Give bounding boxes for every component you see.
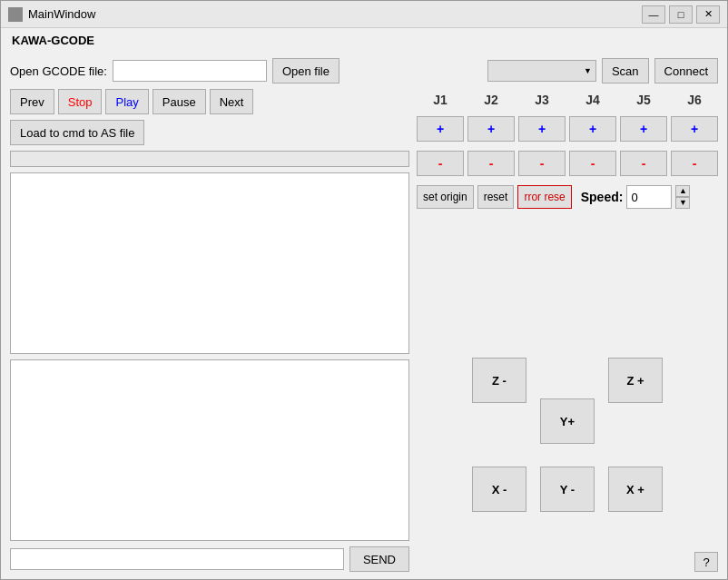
load-cmd-button[interactable]: Load to cmd to AS file	[10, 120, 144, 145]
j2-plus-button[interactable]: +	[467, 116, 515, 142]
send-row: SEND	[10, 546, 409, 572]
speed-down-button[interactable]: ▼	[675, 197, 690, 209]
gcode-input[interactable]	[113, 60, 267, 82]
joints-plus-row: + + + + + +	[417, 116, 718, 142]
app-title: KAWA-GCODE	[1, 28, 727, 51]
left-panel: Open GCODE file: Open file Prev Stop Pla…	[10, 58, 409, 572]
j2-label: J2	[467, 93, 515, 107]
j2-minus-button[interactable]: -	[467, 151, 515, 176]
speed-label: Speed:	[581, 190, 624, 204]
j1-label: J1	[417, 93, 464, 107]
maximize-button[interactable]: □	[669, 5, 693, 24]
right-panel: Scan Connect J1 J2 J3 J4 J5 J6 + + + + +…	[417, 58, 718, 572]
scan-button[interactable]: Scan	[602, 58, 649, 84]
toolbar-row: Prev Stop Play Pause Next	[10, 89, 409, 114]
play-button[interactable]: Play	[105, 89, 148, 114]
help-button[interactable]: ?	[694, 552, 718, 572]
connect-button[interactable]: Connect	[654, 58, 718, 84]
main-window: MainWindow — □ ✕ KAWA-GCODE Open GCODE f…	[0, 0, 728, 580]
connect-row: Scan Connect	[417, 58, 718, 84]
control-row: set origin reset rror rese Speed: ▲ ▼	[417, 185, 718, 209]
window-controls: — □ ✕	[642, 5, 720, 24]
progress-bar	[10, 151, 409, 167]
x-plus-button[interactable]: X +	[608, 467, 663, 512]
speed-up-button[interactable]: ▲	[675, 185, 690, 197]
prev-button[interactable]: Prev	[10, 89, 54, 114]
speed-spinner: ▲ ▼	[675, 185, 690, 209]
j4-minus-button[interactable]: -	[569, 151, 616, 176]
j3-label: J3	[518, 93, 566, 107]
main-content: Open GCODE file: Open file Prev Stop Pla…	[1, 51, 727, 579]
app-icon	[8, 7, 23, 22]
close-button[interactable]: ✕	[696, 5, 720, 24]
upper-text-area[interactable]	[10, 172, 409, 354]
port-select-wrapper	[487, 60, 596, 82]
j3-minus-button[interactable]: -	[518, 151, 566, 176]
j6-label: J6	[671, 93, 718, 107]
x-minus-button[interactable]: X -	[472, 467, 526, 512]
stop-button[interactable]: Stop	[58, 89, 103, 114]
joints-minus-row: - - - - - -	[417, 151, 718, 176]
j5-label: J5	[620, 93, 667, 107]
speed-input[interactable]	[626, 185, 672, 209]
j5-plus-button[interactable]: +	[620, 116, 667, 142]
y-minus-button[interactable]: Y -	[540, 467, 595, 512]
y-plus-button[interactable]: Y+	[540, 398, 595, 444]
j6-minus-button[interactable]: -	[671, 151, 718, 176]
movement-pad: Z - Z + Y+ X - Y - X +	[463, 349, 672, 521]
z-plus-button[interactable]: Z +	[608, 358, 663, 403]
z-minus-button[interactable]: Z -	[472, 358, 526, 403]
movement-section: Z - Z + Y+ X - Y - X +	[417, 214, 718, 539]
reset-button[interactable]: reset	[477, 185, 515, 209]
next-button[interactable]: Next	[210, 89, 254, 114]
load-btn-row: Load to cmd to AS file	[10, 120, 409, 145]
j5-minus-button[interactable]: -	[620, 151, 667, 176]
j1-minus-button[interactable]: -	[417, 151, 464, 176]
minimize-button[interactable]: —	[642, 5, 665, 24]
j6-plus-button[interactable]: +	[671, 116, 718, 142]
title-bar: MainWindow — □ ✕	[1, 1, 727, 28]
window-title: MainWindow	[28, 7, 642, 21]
j4-label: J4	[569, 93, 616, 107]
send-input[interactable]	[10, 548, 344, 570]
help-row: ?	[417, 545, 718, 572]
set-origin-button[interactable]: set origin	[417, 185, 474, 209]
lower-text-area[interactable]	[10, 359, 409, 541]
j4-plus-button[interactable]: +	[569, 116, 616, 142]
j1-plus-button[interactable]: +	[417, 116, 464, 142]
joints-labels-row: J1 J2 J3 J4 J5 J6	[417, 93, 718, 107]
j3-plus-button[interactable]: +	[518, 116, 566, 142]
send-button[interactable]: SEND	[349, 546, 409, 572]
open-file-row: Open GCODE file: Open file	[10, 58, 409, 84]
port-select[interactable]	[487, 60, 596, 82]
error-reset-button[interactable]: rror rese	[517, 185, 571, 209]
open-file-label: Open GCODE file:	[10, 64, 107, 78]
open-file-button[interactable]: Open file	[272, 58, 339, 84]
pause-button[interactable]: Pause	[152, 89, 206, 114]
